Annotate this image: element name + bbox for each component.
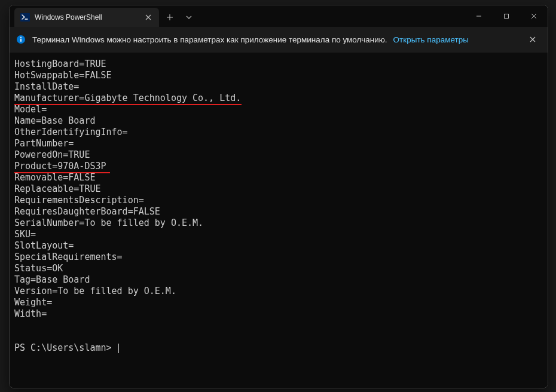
svg-rect-1 [505,14,509,19]
svg-point-3 [20,37,22,38]
output-line: SlotLayout= [14,240,543,252]
info-icon [16,34,26,45]
tab-powershell[interactable]: Windows PowerShell [14,8,159,27]
output-line: Tag=Base Board [14,274,543,286]
output-line: Model= [14,104,543,115]
output-line: Status=OK [14,263,543,274]
output-line: RequiresDaughterBoard=FALSE [14,206,543,218]
blank-line [14,320,543,331]
output-line: Replaceable=TRUE [14,183,543,195]
output-line: Product=970A-DS3P [14,161,543,172]
output-line: SpecialRequirements= [14,252,543,263]
output-line: RequirementsDescription= [14,195,543,206]
output-line: HostingBoard=TRUE [14,59,543,70]
new-tab-area [160,8,198,27]
output-line: Name=Base Board [14,115,543,127]
window-controls [465,5,548,27]
output-line: HotSwappable=FALSE [14,70,543,81]
new-tab-button[interactable] [160,8,179,27]
cursor [118,344,120,353]
window-close-button[interactable] [520,5,548,27]
close-icon [529,36,536,43]
tab-title: Windows PowerShell [35,13,143,22]
tab-dropdown-button[interactable] [179,8,198,27]
info-message: Терминал Windows можно настроить в парам… [32,35,387,44]
output-line: SKU= [14,229,543,240]
chevron-down-icon [186,16,192,19]
close-icon [145,14,151,20]
svg-rect-0 [20,13,30,22]
output-line: InstallDate= [14,81,543,93]
title-bar: Windows PowerShell [10,5,548,27]
terminal-area: HostingBoard=TRUEHotSwappable=FALSEInsta… [10,53,548,388]
terminal-window: Windows PowerShell [9,5,548,388]
plus-icon [166,14,173,21]
output-line: PoweredOn=TRUE [14,149,543,161]
info-bar: Терминал Windows можно настроить в парам… [10,27,548,53]
minimize-icon [476,13,482,19]
powershell-icon [20,13,30,22]
output-line: Removable=FALSE [14,172,543,183]
infobar-close-button[interactable] [524,30,542,48]
maximize-icon [503,13,509,19]
output-line: Width= [14,308,543,320]
output-line: SerialNumber=To be filled by O.E.M. [14,218,543,229]
output-line: PartNumber= [14,138,543,149]
tab-close-button[interactable] [143,13,153,22]
minimize-button[interactable] [465,5,493,27]
open-settings-link[interactable]: Открыть параметры [393,35,469,44]
blank-line [14,331,543,342]
prompt-line[interactable]: PS C:\Users\slamn> [14,342,543,354]
output-line: Manufacturer=Gigabyte Technology Co., Lt… [14,93,543,104]
svg-rect-4 [20,39,22,42]
terminal-output[interactable]: HostingBoard=TRUEHotSwappable=FALSEInsta… [10,53,548,388]
close-icon [531,13,537,19]
output-line: Weight= [14,297,543,308]
output-line: Version=To be filled by O.E.M. [14,286,543,297]
output-line: OtherIdentifyingInfo= [14,127,543,138]
maximize-button[interactable] [493,5,520,27]
